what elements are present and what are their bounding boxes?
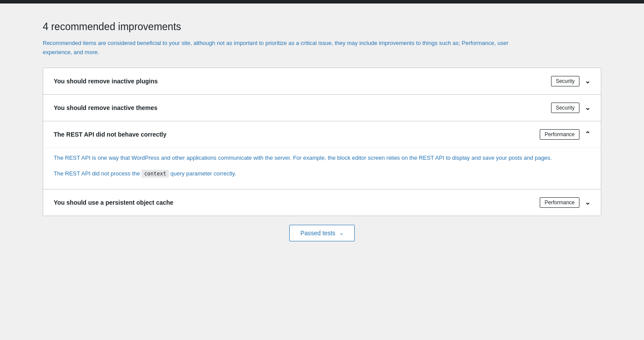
passed-tests-button[interactable]: Passed tests ⌄ (289, 225, 354, 241)
item-title-1: You should remove inactive plugins (54, 78, 551, 85)
item-title-2: You should remove inactive themes (54, 104, 551, 111)
item-badge-1: Security (551, 76, 579, 86)
page-description: Recommended items are considered benefic… (43, 39, 523, 57)
chevron-icon-1: ⌄ (585, 78, 590, 85)
chevron-icon-4: ⌄ (585, 199, 590, 206)
item-body-3: The REST API is one way that WordPress a… (43, 148, 601, 189)
chevron-icon-2: ⌄ (585, 104, 590, 111)
item-badge-3: Performance (540, 129, 579, 140)
passed-tests-section: Passed tests ⌄ (43, 216, 601, 246)
item-row-2[interactable]: You should remove inactive themes Securi… (43, 95, 601, 121)
top-bar (0, 0, 644, 3)
chevron-icon-3: ⌃ (585, 131, 590, 138)
item-row-header-3[interactable]: The REST API did not behave correctly Pe… (43, 121, 601, 148)
item-body-line-1: The REST API is one way that WordPress a… (54, 153, 590, 163)
item-badge-2: Security (551, 103, 579, 113)
item-body-line-2: The REST API did not process the context… (54, 169, 590, 179)
main-content: 4 recommended improvements Recommended i… (25, 3, 619, 263)
passed-tests-chevron-icon: ⌄ (339, 230, 344, 236)
item-row-4[interactable]: You should use a persistent object cache… (43, 189, 601, 216)
item-row-3[interactable]: The REST API did not behave correctly Pe… (43, 121, 601, 189)
passed-tests-label: Passed tests (300, 230, 335, 237)
item-badge-4: Performance (540, 197, 579, 208)
item-row-1[interactable]: You should remove inactive plugins Secur… (43, 68, 601, 95)
page-title: 4 recommended improvements (43, 21, 601, 33)
code-context: context (141, 170, 169, 178)
item-title-4: You should use a persistent object cache (54, 199, 540, 206)
item-title-3: The REST API did not behave correctly (54, 131, 540, 138)
items-container: You should remove inactive plugins Secur… (43, 68, 601, 216)
